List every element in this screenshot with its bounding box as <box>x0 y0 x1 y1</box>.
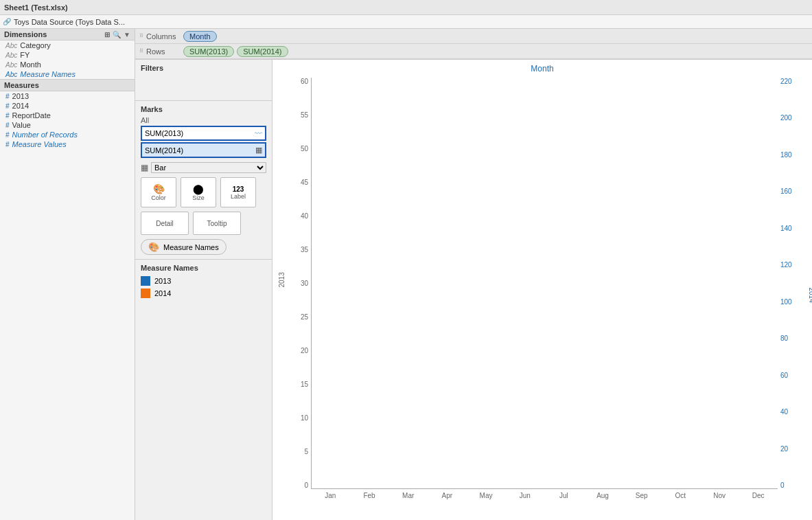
columns-month-pill[interactable]: Month <box>183 31 217 42</box>
tooltip-button[interactable]: Tooltip <box>193 212 241 235</box>
measures-header: Measures <box>0 79 135 91</box>
legend-item-2014: 2014 <box>141 287 266 299</box>
legend-color-2013 <box>141 276 150 286</box>
label-label: Label <box>231 193 246 200</box>
chart-plot-area <box>311 78 778 489</box>
detail-label: Detail <box>156 220 174 227</box>
dimensions-header: Dimensions ⊞ 🔍 ▼ <box>0 29 135 41</box>
meas-reportdate[interactable]: # ReportDate <box>0 111 135 120</box>
x-label-may: May <box>467 492 506 499</box>
dim-category[interactable]: Abc Category <box>0 41 135 50</box>
filters-title: Filters <box>141 64 266 72</box>
chart-wrapper: 2013 60 55 50 45 40 35 30 25 20 15 <box>272 75 812 520</box>
content-area: Filters Marks All SUM(2013) 〰 SUM( <box>135 60 812 520</box>
marks-buttons-row: 🎨 Color ⬤ Size 123 Label <box>141 177 266 207</box>
x-label-jul: Jul <box>544 492 583 499</box>
rows-shelf: ⠿ Rows SUM(2013) SUM(2014) <box>135 44 812 59</box>
marks-filters-panel: Filters Marks All SUM(2013) 〰 SUM( <box>135 60 272 520</box>
search-icon: 🔍 <box>113 31 121 38</box>
marks-tab2-label: SUM(2014) <box>145 146 183 155</box>
columns-shelf: ⠿ Columns Month <box>135 29 812 44</box>
y-axis-left: 2013 60 55 50 45 40 35 30 25 20 15 <box>286 78 311 489</box>
color-icon: 🎨 <box>153 183 165 194</box>
measure-names-color-pill[interactable]: 🎨 Measure Names <box>141 239 227 255</box>
line-icon: 〰 <box>255 129 262 137</box>
dim-fy[interactable]: Abc FY <box>0 50 135 60</box>
chart-svg <box>312 78 778 488</box>
marks-type-select[interactable]: Bar Line Area <box>151 162 266 173</box>
shelf-area: ⠿ Columns Month ⠿ Rows SUM(2013) SUM(201… <box>135 29 812 60</box>
chart-title: Month <box>531 64 553 74</box>
x-label-oct: Oct <box>661 492 700 499</box>
bar-icon: ▦ <box>255 146 262 155</box>
color-button[interactable]: 🎨 Color <box>141 177 176 207</box>
marks-tab-sum2013[interactable]: SUM(2013) 〰 <box>141 126 266 141</box>
measure-names-pill-label: Measure Names <box>163 243 219 251</box>
x-label-aug: Aug <box>583 492 623 499</box>
legend-label-2013: 2013 <box>154 277 171 285</box>
marks-detail-row: Detail Tooltip <box>141 212 266 235</box>
datasource-bar: 🔗 Toys Data Source (Toys Data S... <box>0 15 812 29</box>
legend-item-2013: 2013 <box>141 275 266 287</box>
datasource-label: Toys Data Source (Toys Data S... <box>14 18 125 26</box>
measure-names-legend: Measure Names 2013 2014 <box>135 259 272 304</box>
label-icon: 123 <box>233 185 244 193</box>
marks-type-row: ▦ Bar Line Area <box>141 162 266 173</box>
dim-measure-names[interactable]: Abc Measure Names <box>0 69 135 79</box>
x-label-nov: Nov <box>700 492 739 499</box>
x-label-feb: Feb <box>350 492 389 499</box>
bar-chart-icon: ▦ <box>141 163 148 172</box>
marks-tab-sum2014[interactable]: SUM(2014) ▦ <box>141 142 266 158</box>
chart-area: Month 2013 60 55 50 45 40 <box>272 60 812 520</box>
tooltip-label: Tooltip <box>207 220 227 227</box>
y-axis-left-label: 2013 <box>278 272 286 287</box>
color-label: Color <box>151 194 166 201</box>
filters-section: Filters <box>135 60 272 101</box>
y-axis-right-label: 2014 <box>807 287 812 302</box>
grid-icon: ⊞ <box>104 31 110 38</box>
center-workspace: ⠿ Columns Month ⠿ Rows SUM(2013) SUM(201… <box>135 29 812 520</box>
measure-names-legend-title: Measure Names <box>141 264 266 272</box>
datasource-icon: 🔗 <box>3 18 11 25</box>
meas-2014[interactable]: # 2014 <box>0 101 135 111</box>
marks-title: Marks <box>141 105 266 113</box>
legend-color-2014 <box>141 289 150 298</box>
detail-button[interactable]: Detail <box>141 212 189 235</box>
x-label-sep: Sep <box>622 492 661 499</box>
measure-names-pill-icon: 🎨 <box>148 242 159 252</box>
x-axis-labels: Jan Feb Mar Apr May Jun Jul Aug Sep Oct … <box>311 489 778 499</box>
chart-inner-wrapper: 2013 60 55 50 45 40 35 30 25 20 15 <box>286 78 805 489</box>
marks-all-label: All <box>141 116 266 124</box>
size-button[interactable]: ⬤ Size <box>181 177 216 207</box>
size-icon: ⬤ <box>193 183 204 194</box>
left-panel: Dimensions ⊞ 🔍 ▼ Abc Category Abc FY Abc… <box>0 29 135 520</box>
x-label-jan: Jan <box>311 492 350 499</box>
marks-section: Marks All SUM(2013) 〰 SUM(2014) ▦ <box>135 101 272 259</box>
label-button[interactable]: 123 Label <box>220 177 256 207</box>
x-label-mar: Mar <box>388 492 428 499</box>
meas-value[interactable]: # Value <box>0 120 135 130</box>
size-label: Size <box>192 194 205 201</box>
meas-measure-values[interactable]: # Measure Values <box>0 139 135 149</box>
meas-number-of-records[interactable]: # Number of Records <box>0 130 135 139</box>
columns-label: Columns <box>146 32 176 41</box>
window-title: Sheet1 (Test.xlsx) <box>4 3 68 12</box>
chart-title-area: Month <box>272 60 812 75</box>
rows-label: Rows <box>146 47 165 56</box>
rows-sum2014-pill[interactable]: SUM(2014) <box>237 46 288 57</box>
dim-month[interactable]: Abc Month <box>0 60 135 69</box>
x-label-apr: Apr <box>428 492 467 499</box>
meas-2013[interactable]: # 2013 <box>0 91 135 101</box>
marks-tab1-label: SUM(2013) <box>145 129 183 137</box>
y-axis-right: 2014 220 200 180 160 140 120 100 80 60 4 <box>778 78 805 489</box>
title-bar: Sheet1 (Test.xlsx) <box>0 0 812 15</box>
rows-sum2013-pill[interactable]: SUM(2013) <box>183 46 234 57</box>
x-label-jun: Jun <box>505 492 544 499</box>
legend-label-2014: 2014 <box>154 289 171 297</box>
arrow-icon: ▼ <box>124 31 130 38</box>
x-label-dec: Dec <box>739 492 778 499</box>
